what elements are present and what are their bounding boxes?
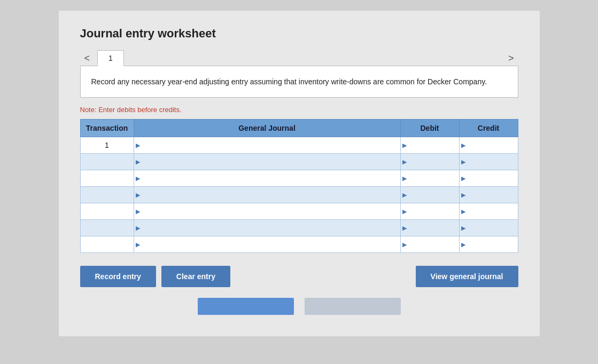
debit-cell[interactable]: ▶ [400,236,459,253]
cell-arrow-icon: ▶ [136,208,140,215]
transaction-cell [80,220,134,236]
cell-arrow-icon: ▶ [402,192,407,199]
general-journal-cell[interactable]: ▶ [134,187,400,203]
debit-input[interactable] [407,137,459,153]
debit-cell[interactable]: ▶ [400,220,459,236]
col-header-debit: Debit [400,120,459,137]
col-header-general-journal: General Journal [134,120,400,137]
cell-arrow-icon: ▶ [461,208,465,215]
table-row: ▶▶▶ [80,170,518,187]
transaction-cell [80,154,134,170]
table-row: 1▶▶▶ [80,137,518,154]
cell-arrow-icon: ▶ [402,142,407,149]
cell-arrow-icon: ▶ [461,142,465,149]
credit-input[interactable] [465,220,518,236]
general-journal-input[interactable] [140,154,400,170]
general-journal-input[interactable] [140,220,400,236]
next-arrow[interactable]: > [504,51,518,65]
credit-input[interactable] [465,236,518,252]
cell-arrow-icon: ▶ [136,225,140,232]
cell-arrow-icon: ▶ [402,175,407,182]
general-journal-cell[interactable]: ▶ [134,220,400,236]
tab-1[interactable]: 1 [97,50,124,66]
table-row: ▶▶▶ [80,203,518,220]
credit-cell[interactable]: ▶ [459,170,518,187]
debit-cell[interactable]: ▶ [400,203,459,220]
table-row: ▶▶▶ [80,236,518,253]
record-entry-button[interactable]: Record entry [80,266,156,287]
credit-cell[interactable]: ▶ [459,154,518,170]
page-container: Journal entry worksheet < 1 > Record any… [59,11,540,336]
credit-input[interactable] [465,170,518,186]
cell-arrow-icon: ▶ [136,192,140,199]
cell-arrow-icon: ▶ [136,159,140,165]
cell-arrow-icon: ▶ [402,208,407,215]
debit-input[interactable] [407,220,459,236]
general-journal-cell[interactable]: ▶ [134,137,400,154]
buttons-row: Record entry Clear entry View general jo… [80,266,518,287]
cell-arrow-icon: ▶ [136,175,140,182]
instruction-box: Record any necessary year-end adjusting … [80,66,518,98]
cell-arrow-icon: ▶ [461,225,465,232]
general-journal-input[interactable] [140,170,400,186]
credit-input[interactable] [465,187,518,203]
cell-arrow-icon: ▶ [461,241,465,248]
cell-arrow-icon: ▶ [461,159,465,165]
table-row: ▶▶▶ [80,187,518,203]
view-general-journal-button[interactable]: View general journal [416,266,518,287]
col-header-credit: Credit [459,120,518,137]
cell-arrow-icon: ▶ [461,192,465,199]
debit-cell[interactable]: ▶ [400,187,459,203]
credit-cell[interactable]: ▶ [459,220,518,236]
bottom-placeholder-2 [305,298,401,315]
general-journal-input[interactable] [140,203,400,219]
credit-cell[interactable]: ▶ [459,137,518,154]
clear-entry-button[interactable]: Clear entry [161,266,230,287]
cell-arrow-icon: ▶ [136,241,140,248]
page-title: Journal entry worksheet [80,27,518,41]
debit-cell[interactable]: ▶ [400,170,459,187]
credit-input[interactable] [465,203,518,219]
cell-arrow-icon: ▶ [461,175,465,182]
transaction-cell [80,203,134,220]
credit-cell[interactable]: ▶ [459,203,518,220]
transaction-cell [80,236,134,253]
debit-input[interactable] [407,203,459,219]
debit-input[interactable] [407,154,459,170]
note-text: Note: Enter debits before credits. [80,106,518,114]
general-journal-cell[interactable]: ▶ [134,236,400,253]
credit-cell[interactable]: ▶ [459,236,518,253]
table-row: ▶▶▶ [80,220,518,236]
transaction-cell: 1 [80,137,134,154]
cell-arrow-icon: ▶ [136,142,140,149]
debit-input[interactable] [407,170,459,186]
transaction-cell [80,187,134,203]
general-journal-cell[interactable]: ▶ [134,203,400,220]
general-journal-input[interactable] [140,137,400,153]
debit-input[interactable] [407,187,459,203]
general-journal-cell[interactable]: ▶ [134,154,400,170]
credit-input[interactable] [465,137,518,153]
cell-arrow-icon: ▶ [402,241,407,248]
bottom-hint [80,298,518,315]
bottom-placeholder-1 [198,298,294,315]
credit-cell[interactable]: ▶ [459,187,518,203]
debit-cell[interactable]: ▶ [400,154,459,170]
col-header-transaction: Transaction [80,120,134,137]
debit-input[interactable] [407,236,459,252]
journal-table: Transaction General Journal Debit Credit… [80,119,518,253]
debit-cell[interactable]: ▶ [400,137,459,154]
instruction-text: Record any necessary year-end adjusting … [91,77,487,86]
tab-nav: < 1 > [80,50,518,66]
cell-arrow-icon: ▶ [402,159,407,165]
general-journal-input[interactable] [140,187,400,203]
general-journal-input[interactable] [140,236,400,252]
credit-input[interactable] [465,154,518,170]
transaction-cell [80,170,134,187]
general-journal-cell[interactable]: ▶ [134,170,400,187]
cell-arrow-icon: ▶ [402,225,407,232]
table-row: ▶▶▶ [80,154,518,170]
prev-arrow[interactable]: < [80,51,95,65]
